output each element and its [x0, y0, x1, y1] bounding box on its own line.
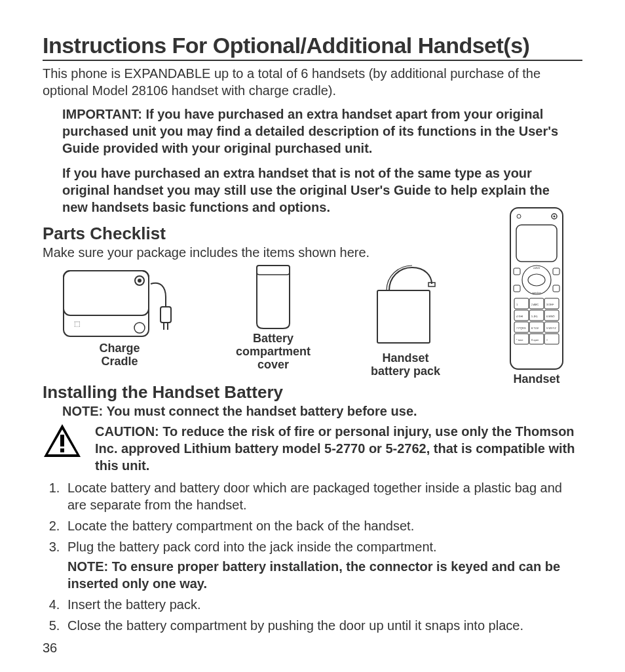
cradle-label: Charge Cradle [99, 342, 140, 368]
svg-rect-15 [516, 225, 557, 262]
svg-point-3 [138, 279, 142, 283]
svg-text:3 DEF: 3 DEF [546, 303, 554, 306]
part-battery-cover: Battery compartment cover [236, 264, 311, 371]
step-1-text: Locate battery and battery door which ar… [67, 481, 562, 512]
handset-icon: 1 2 ABC 3 DEF 4 GHI 5 JKL 6 MNO 7 PQRS 8… [507, 207, 566, 370]
parts-intro: Make sure your package includes the item… [43, 245, 582, 260]
svg-text:0 oper: 0 oper [531, 338, 539, 342]
step-5-text: Close the battery compartment by pushing… [67, 618, 523, 633]
svg-text:2 ABC: 2 ABC [531, 303, 539, 306]
warning-icon [43, 423, 82, 459]
important-block: IMPORTANT: If you have purchased an extr… [62, 106, 569, 216]
svg-rect-6 [161, 307, 171, 323]
part-charge-cradle: ⬚ Charge Cradle [62, 264, 177, 368]
step-3-text: Plug the battery pack cord into the jack… [67, 540, 437, 554]
step-2: Locate the battery compartment on the ba… [64, 517, 582, 534]
battery-pack-icon [369, 264, 442, 349]
svg-text:speaker: speaker [532, 291, 542, 294]
svg-point-14 [554, 216, 556, 218]
svg-rect-9 [377, 290, 430, 343]
svg-rect-11 [510, 208, 563, 369]
svg-rect-21 [553, 285, 559, 292]
important-paragraph-2: If you have purchased an extra handset t… [62, 165, 569, 216]
svg-point-12 [517, 214, 521, 218]
svg-text:8 TUV: 8 TUV [531, 326, 539, 330]
svg-text:vol/ch: vol/ch [533, 266, 540, 269]
manual-page: Instructions For Optional/Additional Han… [0, 0, 625, 672]
svg-text:4 GHI: 4 GHI [516, 315, 523, 318]
svg-rect-18 [514, 268, 520, 275]
part-handset: 1 2 ABC 3 DEF 4 GHI 5 JKL 6 MNO 7 PQRS 8… [507, 207, 566, 386]
svg-text:6 MNO: 6 MNO [546, 315, 555, 318]
page-title: Instructions For Optional/Additional Han… [43, 33, 582, 61]
parts-checklist-heading: Parts Checklist [43, 224, 582, 244]
step-4-text: Insert the battery pack. [67, 597, 200, 612]
svg-point-17 [528, 274, 545, 286]
svg-point-16 [522, 266, 551, 294]
important-paragraph-1: IMPORTANT: If you have purchased an extr… [62, 106, 569, 157]
install-steps: Locate battery and battery door which ar… [43, 479, 582, 634]
parts-row: ⬚ Charge Cradle Battery compartment cove… [43, 264, 582, 378]
svg-text:#: # [546, 338, 548, 342]
svg-text:1: 1 [516, 303, 518, 306]
page-number: 36 [43, 641, 57, 656]
battery-cover-icon [250, 264, 296, 330]
svg-text:9 WXYZ: 9 WXYZ [546, 326, 556, 330]
battery-pack-label: Handset battery pack [371, 352, 440, 378]
intro-paragraph: This phone is EXPANDABLE up to a total o… [43, 65, 582, 99]
step-2-text: Locate the battery compartment on the ba… [67, 519, 414, 533]
caution-text: CAUTION: To reduce the risk of fire or p… [95, 423, 582, 474]
svg-text:5 JKL: 5 JKL [531, 315, 539, 318]
install-heading: Installing the Handset Battery [43, 382, 582, 403]
svg-rect-48 [60, 435, 64, 446]
svg-point-5 [134, 323, 145, 333]
step-1: Locate battery and battery door which ar… [64, 479, 582, 513]
step-4: Insert the battery pack. [64, 596, 582, 613]
cover-label: Battery compartment cover [236, 332, 311, 371]
svg-text:7 PQRS: 7 PQRS [516, 326, 526, 330]
svg-rect-20 [514, 285, 520, 292]
svg-rect-49 [60, 448, 64, 452]
step-5: Close the battery compartment by pushing… [64, 617, 582, 634]
charge-cradle-icon: ⬚ [62, 264, 177, 340]
step-3: Plug the battery pack cord into the jack… [64, 538, 582, 592]
step-3-note: NOTE: To ensure proper battery installat… [67, 558, 582, 592]
svg-rect-19 [553, 268, 559, 275]
part-battery-pack: Handset battery pack [369, 264, 442, 378]
install-note: NOTE: You must connect the handset batte… [62, 404, 582, 419]
svg-text:* tone: * tone [516, 338, 523, 342]
handset-label: Handset [513, 373, 559, 386]
svg-text:⬚: ⬚ [74, 320, 80, 327]
caution-row: CAUTION: To reduce the risk of fire or p… [43, 423, 582, 474]
